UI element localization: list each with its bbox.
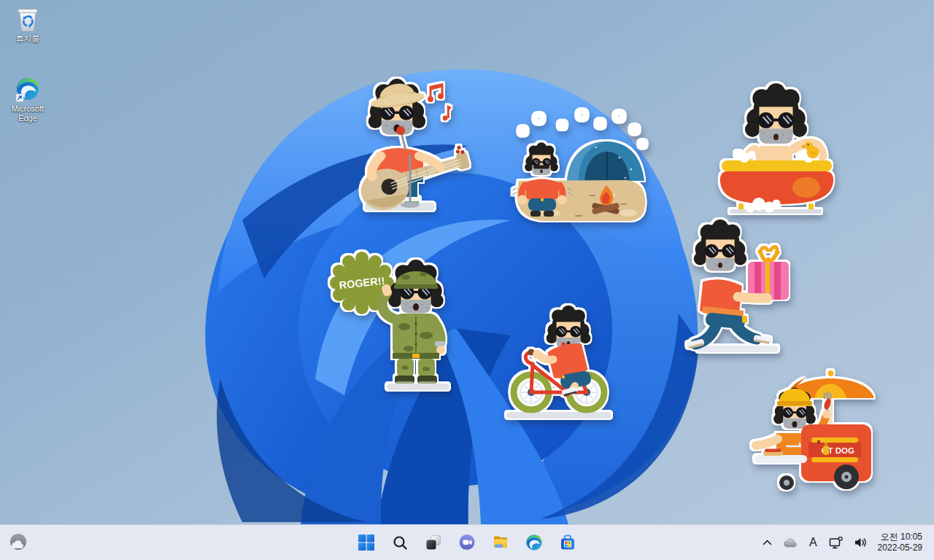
music-notes-icon <box>428 83 452 120</box>
tray-onedrive-button[interactable] <box>779 529 801 556</box>
edge-button[interactable] <box>520 529 548 556</box>
desktop-icon-recycle-bin[interactable]: 휴지통 <box>0 7 55 44</box>
microsoft-store-button[interactable] <box>554 529 582 556</box>
chevron-up-icon <box>763 540 772 545</box>
desktop: 휴지통 Microsoft Edge <box>0 0 934 560</box>
desktop-icon-microsoft-edge[interactable]: Microsoft Edge <box>0 77 55 123</box>
chat-icon <box>458 534 476 551</box>
file-explorer-button[interactable] <box>487 529 514 556</box>
search-icon <box>392 534 408 551</box>
sticker-hotdog-cart: HOT DOG <box>744 351 877 491</box>
tray-volume-button[interactable] <box>851 529 871 556</box>
gift-box <box>748 247 789 300</box>
edge-icon <box>525 534 543 551</box>
recycle-bin-icon <box>15 7 40 32</box>
sticker-camping <box>497 109 649 230</box>
clock-date: 2022-05-29 <box>878 542 922 553</box>
start-icon <box>358 534 375 551</box>
sticker-gift <box>668 217 800 354</box>
sticker-bathtub <box>702 82 849 217</box>
tray-ime-indicator[interactable]: A <box>805 529 822 556</box>
taskbar-center <box>352 529 582 556</box>
system-tray: A 오전 10:05 2022-05-29 <box>759 525 934 560</box>
volume-icon <box>854 537 868 548</box>
tray-chevron-button[interactable] <box>759 529 776 556</box>
microsoft-store-icon <box>559 534 576 551</box>
chat-button[interactable] <box>453 529 481 556</box>
weather-widget-icon <box>9 533 28 552</box>
task-view-icon <box>425 534 442 551</box>
sticker-bicycle <box>499 285 619 421</box>
desktop-icon-label: Microsoft Edge <box>2 104 53 123</box>
clock-time: 오전 10:05 <box>881 532 922 542</box>
taskbar: A 오전 10:05 2022-05-29 <box>0 524 934 560</box>
bubble-dots <box>520 111 646 147</box>
tray-clock[interactable]: 오전 10:05 2022-05-29 <box>875 532 925 553</box>
task-view-button[interactable] <box>420 529 447 556</box>
file-explorer-icon <box>492 534 509 551</box>
tray-network-button[interactable] <box>825 529 847 556</box>
widgets-button[interactable] <box>4 529 32 556</box>
start-button[interactable] <box>352 529 380 556</box>
sticker-salute: ROGER!! <box>323 246 470 392</box>
desktop-icon-label: 휴지통 <box>16 34 40 44</box>
sticker-guitar-singer <box>320 73 471 219</box>
edge-shortcut-icon <box>15 77 40 102</box>
search-button[interactable] <box>386 529 414 556</box>
network-icon <box>829 537 844 549</box>
onedrive-cloud-icon <box>783 537 798 548</box>
